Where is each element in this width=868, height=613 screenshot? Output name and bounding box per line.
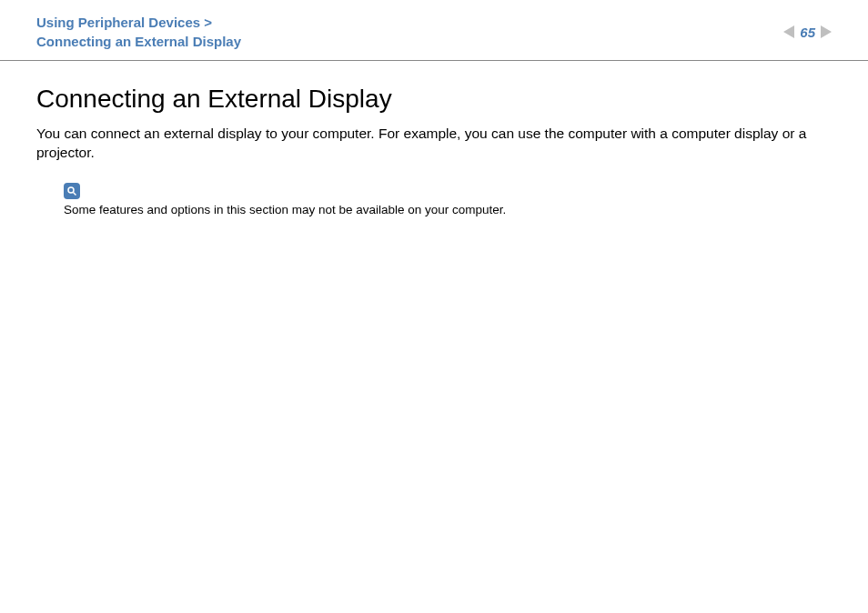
note-text: Some features and options in this sectio… <box>64 203 832 216</box>
intro-paragraph: You can connect an external display to y… <box>36 125 832 163</box>
svg-line-1 <box>74 192 76 195</box>
page-title: Connecting an External Display <box>36 85 832 114</box>
prev-page-icon[interactable] <box>783 25 794 38</box>
magnifier-icon <box>64 183 80 199</box>
note-block: Some features and options in this sectio… <box>64 183 832 216</box>
page-header: Using Peripheral Devices > Connecting an… <box>0 0 868 61</box>
page-content: Connecting an External Display You can c… <box>0 61 868 216</box>
svg-point-0 <box>68 187 74 193</box>
page-nav: 65 <box>783 25 832 40</box>
next-page-icon[interactable] <box>821 25 832 38</box>
page-number: 65 <box>800 25 815 40</box>
breadcrumb-section[interactable]: Using Peripheral Devices <box>36 15 200 30</box>
breadcrumb-separator: > <box>200 15 212 30</box>
breadcrumb-current: Connecting an External Display <box>36 32 241 51</box>
breadcrumb: Using Peripheral Devices > Connecting an… <box>36 13 241 51</box>
